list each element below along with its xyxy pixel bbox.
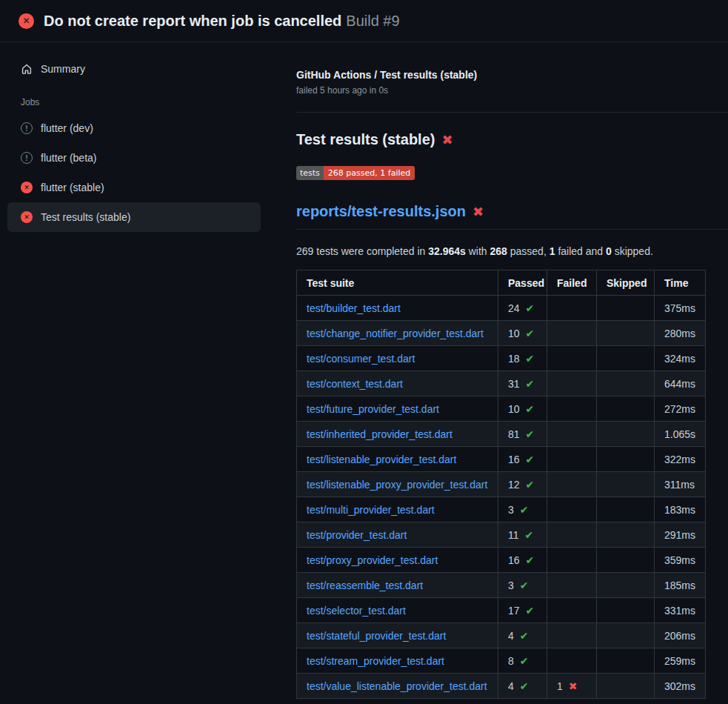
sidebar-item-flutter-stable[interactable]: ✕ flutter (stable) <box>7 173 261 202</box>
cross-icon: ✖ <box>569 680 578 692</box>
report-title: reports/test-results.json ✖ <box>296 203 728 230</box>
sidebar-item-summary[interactable]: Summary <box>7 54 261 84</box>
test-suite-link[interactable]: test/provider_test.dart <box>307 529 407 541</box>
test-suite-link[interactable]: test/future_provider_test.dart <box>307 403 439 415</box>
suite-cell: test/reassemble_test.dart <box>297 573 498 598</box>
test-results-table: Test suite Passed Failed Skipped Time te… <box>296 270 706 699</box>
failed-cell <box>547 497 597 522</box>
test-suite-link[interactable]: test/selector_test.dart <box>307 605 406 617</box>
check-icon: ✔ <box>525 554 534 566</box>
failed-cell: 1 ✖ <box>547 674 597 699</box>
col-header-passed: Passed <box>498 270 547 296</box>
test-suite-link[interactable]: test/context_test.dart <box>307 378 403 390</box>
table-row: test/consumer_test.dart18 ✔324ms <box>297 346 706 371</box>
skipped-cell <box>597 497 655 522</box>
suite-cell: test/stream_provider_test.dart <box>297 648 498 674</box>
divider <box>296 112 728 113</box>
suite-cell: test/multi_provider_test.dart <box>297 497 498 522</box>
table-row: test/value_listenable_provider_test.dart… <box>297 674 706 699</box>
table-row: test/reassemble_test.dart3 ✔185ms <box>297 573 706 598</box>
test-suite-link[interactable]: test/listenable_proxy_provider_test.dart <box>307 479 487 491</box>
neutral-status-icon: ! <box>21 122 33 134</box>
suite-cell: test/consumer_test.dart <box>297 346 498 371</box>
passed-cell: 10 ✔ <box>498 321 547 346</box>
test-suite-link[interactable]: test/listenable_provider_test.dart <box>307 454 456 465</box>
passed-cell: 11 ✔ <box>498 522 547 548</box>
skipped-cell <box>597 321 655 346</box>
test-suite-link[interactable]: test/value_listenable_provider_test.dart <box>307 680 487 692</box>
table-header-row: Test suite Passed Failed Skipped Time <box>297 270 706 296</box>
suite-cell: test/provider_test.dart <box>297 522 498 548</box>
check-icon: ✔ <box>520 630 529 642</box>
col-header-skipped: Skipped <box>597 270 655 296</box>
test-suite-link[interactable]: test/stateful_provider_test.dart <box>307 630 446 642</box>
summary-duration: 32.964s <box>428 245 466 257</box>
suite-cell: test/value_listenable_provider_test.dart <box>297 674 498 699</box>
test-suite-link[interactable]: test/proxy_provider_test.dart <box>307 554 438 566</box>
failed-cell <box>547 321 597 346</box>
skipped-cell <box>597 548 655 573</box>
passed-cell: 18 ✔ <box>498 346 547 371</box>
test-suite-link[interactable]: test/builder_test.dart <box>307 302 401 314</box>
test-suite-link[interactable]: test/stream_provider_test.dart <box>307 655 444 667</box>
suite-cell: test/proxy_provider_test.dart <box>297 548 498 573</box>
sidebar-item-test-results-stable[interactable]: ✕ Test results (stable) <box>7 202 261 232</box>
skipped-cell <box>597 674 655 699</box>
sidebar-item-flutter-dev[interactable]: ! flutter (dev) <box>7 113 261 143</box>
passed-cell: 12 ✔ <box>498 472 547 497</box>
check-icon: ✔ <box>525 403 534 415</box>
suite-cell: test/selector_test.dart <box>297 598 498 623</box>
failed-status-icon: ✕ <box>21 182 33 193</box>
failed-cell <box>547 346 597 371</box>
cross-mark-icon: ✖ <box>472 204 484 220</box>
sidebar-item-label: Summary <box>41 63 85 75</box>
badge-value: 268 passed, 1 failed <box>324 166 415 180</box>
sidebar-item-flutter-beta[interactable]: ! flutter (beta) <box>7 143 261 173</box>
test-suite-link[interactable]: test/change_notifier_provider_test.dart <box>307 328 484 339</box>
time-cell: 331ms <box>655 598 706 623</box>
time-cell: 311ms <box>655 472 706 497</box>
time-cell: 259ms <box>655 648 706 674</box>
test-suite-link[interactable]: test/multi_provider_test.dart <box>307 504 435 516</box>
sidebar-item-label: flutter (stable) <box>41 182 104 193</box>
failed-cell <box>547 548 597 573</box>
skipped-cell <box>597 573 655 598</box>
summary-text: skipped. <box>612 245 653 257</box>
summary-passed-count: 268 <box>490 245 507 257</box>
time-cell: 280ms <box>655 321 706 346</box>
failed-cell <box>547 648 597 674</box>
suite-cell: test/listenable_provider_test.dart <box>297 447 498 472</box>
home-icon <box>21 63 33 75</box>
passed-cell: 17 ✔ <box>498 598 547 623</box>
table-row: test/provider_test.dart11 ✔291ms <box>297 522 706 548</box>
jobs-list: ! flutter (dev) ! flutter (beta) ✕ flutt… <box>0 113 296 232</box>
report-file-link[interactable]: reports/test-results.json <box>296 203 466 220</box>
table-row: test/inherited_provider_test.dart81 ✔1.0… <box>297 422 706 447</box>
summary-text: with <box>466 245 490 257</box>
section-title-text: Test results (stable) <box>296 131 435 148</box>
time-cell: 183ms <box>655 497 706 522</box>
time-cell: 644ms <box>655 371 706 396</box>
passed-cell: 16 ✔ <box>498 447 547 472</box>
passed-cell: 16 ✔ <box>498 548 547 573</box>
summary-skipped-count: 0 <box>606 245 612 257</box>
passed-cell: 24 ✔ <box>498 296 547 321</box>
sidebar-item-label: flutter (beta) <box>41 152 96 164</box>
test-suite-link[interactable]: test/consumer_test.dart <box>307 353 415 365</box>
check-icon: ✔ <box>520 655 529 667</box>
table-row: test/stream_provider_test.dart8 ✔259ms <box>297 648 706 674</box>
passed-cell: 3 ✔ <box>498 497 547 522</box>
time-cell: 185ms <box>655 573 706 598</box>
summary-failed-count: 1 <box>550 245 555 257</box>
passed-cell: 4 ✔ <box>498 674 547 699</box>
skipped-cell <box>597 396 655 422</box>
test-suite-link[interactable]: test/reassemble_test.dart <box>307 580 423 591</box>
passed-cell: 3 ✔ <box>498 573 547 598</box>
failed-cell <box>547 623 597 648</box>
time-cell: 291ms <box>655 522 706 548</box>
failed-cell <box>547 447 597 472</box>
test-suite-link[interactable]: test/inherited_provider_test.dart <box>307 428 453 440</box>
skipped-cell <box>597 522 655 548</box>
failed-cell <box>547 396 597 422</box>
failed-cell <box>547 472 597 497</box>
